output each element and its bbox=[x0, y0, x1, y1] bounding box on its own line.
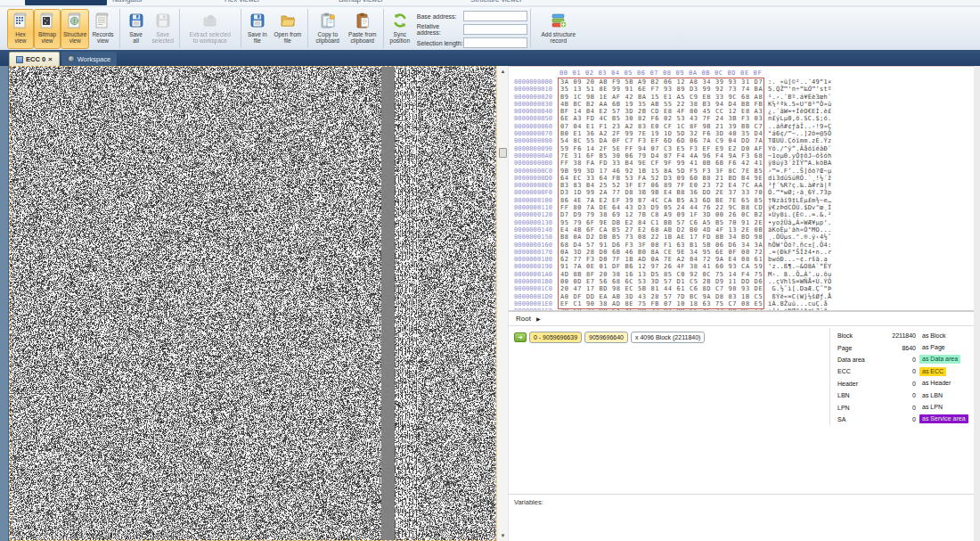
hex-ascii[interactable]: ×Ùy8i.{È©..=.&.² bbox=[768, 211, 831, 218]
hex-row[interactable]: 00000000C09B 99 3D 17 46 92 1B 15 8A 5D … bbox=[509, 168, 974, 175]
hex-ascii[interactable]: ..áñ#¢ƒàÏ..›!9»Ç bbox=[768, 123, 831, 130]
hex-bytes[interactable]: 62 77 F3 D0 7F 1B AD 0A 7E A2 04 72 9A E… bbox=[560, 256, 763, 263]
hex-row[interactable]: 00000000304B BC B2 AA 6B 19 35 AB 55 22 … bbox=[509, 101, 974, 108]
hex-ascii[interactable]: •yožÛâ„Á»WÆ¥µp‘. bbox=[768, 219, 831, 226]
hex-bytes[interactable]: EF C1 90 38 AD 8E 75 FB 07 10 18 63 75 C… bbox=[560, 300, 763, 307]
hex-bytes[interactable]: 64 EC 33 64 FB 53 FA 52 D3 09 60 B8 21 B… bbox=[560, 175, 763, 182]
hex-ascii[interactable]: ßÝê«=C(W}¼šØƒ.Å bbox=[768, 293, 831, 300]
structure-view-button[interactable]: Structure view bbox=[61, 9, 89, 49]
open-from-file-button[interactable]: Open from file bbox=[271, 9, 305, 49]
hex-bytes[interactable]: 4B BC B2 AA 6B 19 35 AB 55 22 38 B3 94 D… bbox=[560, 101, 763, 108]
root-label[interactable]: Root bbox=[516, 315, 531, 323]
hex-row[interactable]: 0000000040BF 14 B4 E2 57 3D 2B CD E8 4F … bbox=[509, 108, 974, 115]
hex-row[interactable]: 00000000F0D3 1D 99 2A 77 D8 3B 9B E4 B8 … bbox=[509, 189, 974, 196]
selection-length-input[interactable] bbox=[463, 37, 527, 48]
hex-row[interactable]: 00000001C020 47 17 BD 98 EC 5B 81 44 61 … bbox=[509, 285, 974, 292]
hex-ascii[interactable]: ïÁ.8­Žuû...cuÇ.å bbox=[768, 300, 828, 307]
hex-ascii[interactable]: dì3dûSúRÓ.`¸!½´ž bbox=[768, 175, 831, 182]
hex-bytes[interactable]: 59 F6 14 2F 5E FF 94 07 C3 E5 F3 EF E9 E… bbox=[560, 145, 763, 152]
scrollbar-up-arrow[interactable]: ▲ bbox=[497, 69, 509, 74]
bitmap-view-button[interactable]: Bitmap view bbox=[34, 9, 61, 49]
record-multiplier-field[interactable]: x 4096 Block (2211840) bbox=[631, 332, 705, 343]
hex-view-button[interactable]: Hex view bbox=[7, 9, 34, 49]
hex-ascii[interactable]: M‹. 8..Õ…À’.u.ôu bbox=[768, 271, 831, 278]
base-address-input[interactable] bbox=[463, 11, 527, 21]
hex-ascii[interactable]: äKoÊµ'âh«Ò°MO... bbox=[768, 226, 831, 234]
sync-position-button[interactable]: Sync position bbox=[387, 9, 413, 49]
hex-ascii[interactable]: ¿.´âW=+ÍèO€EÌ.è£ bbox=[768, 108, 831, 115]
property-as-badge[interactable]: as Header bbox=[919, 379, 953, 388]
tab-workspace[interactable]: Workspace bbox=[61, 52, 117, 66]
hex-row[interactable]: 000000009059 F6 14 2F 5E FF 94 07 C3 E5 … bbox=[509, 145, 974, 152]
menu-button[interactable] bbox=[25, 0, 107, 6]
record-length-field[interactable]: 9059696640 bbox=[584, 332, 628, 343]
scrollbar-down-arrow[interactable]: ▼ bbox=[497, 533, 509, 538]
paste-from-clipboard-button[interactable]: Paste from clipboard bbox=[345, 9, 380, 49]
hex-bytes[interactable]: 6E A3 FD 4C B5 30 82 F6 02 53 43 7F 24 3… bbox=[560, 115, 763, 122]
hex-ascii[interactable]: †Nzâï9‡LÊµ£m¾~e… bbox=[768, 197, 831, 204]
structure-record-row[interactable]: ➜ 0 - 9059696639 9059696640 x 4096 Block… bbox=[514, 332, 705, 343]
hex-bytes[interactable]: D3 1D 99 2A 77 D8 3B 9B E4 B8 36 DD 2E 3… bbox=[560, 189, 763, 196]
hex-viewer[interactable]: 00 01 02 03 04 05 06 07 08 09 0A 0B 0C 0… bbox=[509, 66, 974, 310]
hex-ascii[interactable]: ¹.›.¯Bº.á¥Éè3œh¨ bbox=[768, 94, 831, 101]
hex-row[interactable]: 000000018062 77 F3 D0 7F 1B AD 0A 7E A2 … bbox=[509, 256, 974, 263]
hex-row[interactable]: 0000000140E4 4B 6F CA B5 27 E2 68 AB D2 … bbox=[509, 226, 974, 234]
hex-ascii[interactable]: Yö./^ÿ”.ÃåóïéâÐ¯ bbox=[768, 145, 831, 152]
bitmap-view[interactable] bbox=[9, 66, 496, 541]
hex-bytes[interactable]: 35 13 51 8E 99 91 6E F7 93 89 D3 99 92 7… bbox=[560, 86, 763, 93]
property-as-badge[interactable]: as Data area bbox=[919, 355, 960, 364]
hex-row[interactable]: 000000016068 D4 57 91 D6 F3 3F 08 F1 63 … bbox=[509, 242, 974, 249]
hex-ascii[interactable]: TŒUÚ.Çóïmm.zÉ.Ýz bbox=[768, 137, 831, 144]
hex-bytes[interactable]: 86 4E 7A E2 EF 39 87 4C CA B5 A3 6D BE 7… bbox=[560, 197, 763, 204]
records-view-button[interactable]: Records view bbox=[89, 9, 116, 49]
hex-ascii[interactable]: ¸.ÒÛµs.".®.ý‹4½˜ bbox=[768, 234, 831, 241]
hex-row[interactable]: 00000000E0B3 83 B4 25 52 3F E7 06 89 7F … bbox=[509, 182, 974, 189]
hex-ascii[interactable]: G.½˜ì[.DaÆ.Ç˜“Þ bbox=[768, 285, 831, 292]
hex-bytes[interactable]: FF 80 7A DE 64 43 D3 D9 05 24 44 76 22 9… bbox=[560, 204, 763, 211]
hex-ascii[interactable]: ÿ8úý3´žÏŸ™A.köBA bbox=[768, 160, 831, 167]
hex-row[interactable]: 00000000B0FF 38 FA FD 33 B4 9E CF 9F 99 … bbox=[509, 160, 974, 167]
hex-row[interactable]: 0000000150B8 0A D2 DB B5 73 08 22 1B AE … bbox=[509, 234, 974, 241]
hex-bytes[interactable]: 9B 99 3D 17 46 92 1B 15 8A 5D F5 F3 3F 8… bbox=[560, 168, 763, 175]
add-structure-record-button[interactable]: Add structure record bbox=[534, 9, 584, 49]
hex-ascii[interactable]: n£ýLµ0‚ö.SC.$;ó. bbox=[768, 115, 831, 122]
property-row[interactable]: LBN0as LBN bbox=[837, 389, 972, 401]
hex-row[interactable]: 000000010086 4E 7A E2 EF 39 87 4C CA B5 … bbox=[509, 197, 974, 204]
hex-bytes[interactable]: B0 E1 36 A2 2F 99 7E 19 1D 5D 32 F6 3D 4… bbox=[560, 130, 763, 137]
property-row[interactable]: SA0as Service area bbox=[837, 414, 972, 425]
hex-bytes[interactable]: 68 D4 57 91 D6 F3 3F 08 F1 63 B1 5B 06 D… bbox=[560, 242, 763, 249]
hex-ascii[interactable]: .=(ÐkF°ŠÎž4•n..r bbox=[768, 249, 831, 256]
record-range-field[interactable]: 0 - 9059696639 bbox=[529, 332, 582, 343]
ribbon-tab-bitmap-viewer[interactable]: Bitmap viewer bbox=[339, 0, 383, 4]
hex-bytes[interactable]: 20 47 17 BD 98 EC 5B 81 44 61 C6 8D C7 9… bbox=[560, 285, 763, 292]
hex-row[interactable]: 00000000506E A3 FD 4C B5 30 82 F6 02 53 … bbox=[509, 115, 974, 122]
ribbon-tab-structure-viewer[interactable]: Structure viewer bbox=[470, 0, 522, 4]
bitmap-vertical-scrollbar[interactable]: ▲ ▼ bbox=[496, 66, 508, 541]
hex-row[interactable]: 0000000110FF 80 7A DE 64 43 D3 D9 05 24 … bbox=[509, 204, 974, 211]
hex-bytes[interactable]: E4 4B 6F CA B5 27 E2 68 AB D2 B0 4D 4F 1… bbox=[560, 226, 763, 234]
property-as-badge[interactable]: as Service area bbox=[919, 414, 968, 423]
hex-bytes[interactable]: B3 83 B4 25 52 3F E7 06 89 7F E0 23 72 E… bbox=[560, 182, 763, 189]
hex-bytes[interactable]: B9 1C 9B 1E AF 42 BA 15 E1 A5 C9 E8 33 9… bbox=[560, 94, 763, 101]
hex-row[interactable]: 00000001700A 3D 28 D0 6B 46 B0 8A CE 9E … bbox=[509, 249, 974, 256]
hex-bytes[interactable]: FF 38 FA FD 33 B4 9E CF 9F 99 41 0B 6B F… bbox=[560, 160, 763, 167]
property-as-badge[interactable]: as Page bbox=[919, 343, 948, 352]
hex-row[interactable]: 00000001B000 0D E7 56 68 6C 53 3D 57 D1 … bbox=[509, 278, 974, 285]
property-row[interactable]: Block2211840as Block bbox=[837, 330, 972, 341]
property-as-badge[interactable]: as LBN bbox=[919, 391, 945, 400]
tab-ecc0[interactable]: ECC 0 × bbox=[9, 52, 60, 66]
hex-ascii[interactable]: ‘z..ß¶.—&O8A`“ÊY bbox=[768, 263, 831, 270]
property-as-badge[interactable]: as ECC bbox=[919, 367, 946, 376]
hex-bytes[interactable]: B8 0A D2 DB B5 73 08 22 1B AE 17 FD 8B 3… bbox=[560, 234, 763, 241]
property-row[interactable]: Page8640as Page bbox=[837, 341, 972, 353]
save-in-file-button[interactable]: Save in file bbox=[244, 9, 271, 49]
hex-ascii[interactable]: ..çVhlS=WÑÅ+Ù.ÝÖ bbox=[768, 278, 831, 285]
hex-row[interactable]: 000000008054 8C 55 DA 0F C7 F3 EF 6D 6D … bbox=[509, 137, 974, 144]
hex-bytes[interactable]: 0A 3D 28 D0 6B 46 B0 8A CE 9E 34 95 6E 0… bbox=[560, 249, 763, 256]
hex-bytes[interactable]: 3A 09 20 AB F9 5B A9 B2 06 12 A8 34 39 9… bbox=[560, 78, 763, 86]
property-row[interactable]: Header0as Header bbox=[837, 378, 972, 389]
hex-bytes[interactable]: 95 79 6F 9E DB E2 84 C1 BB 57 C6 A5 B5 7… bbox=[560, 219, 763, 226]
save-all-button[interactable]: Save all bbox=[123, 9, 150, 49]
hex-ascii[interactable]: Ó.™*wØ;›ä¸6Ý.73p bbox=[768, 189, 831, 196]
hex-row[interactable]: 000000001035 13 51 8E 99 91 6E F7 93 89 … bbox=[509, 86, 974, 93]
